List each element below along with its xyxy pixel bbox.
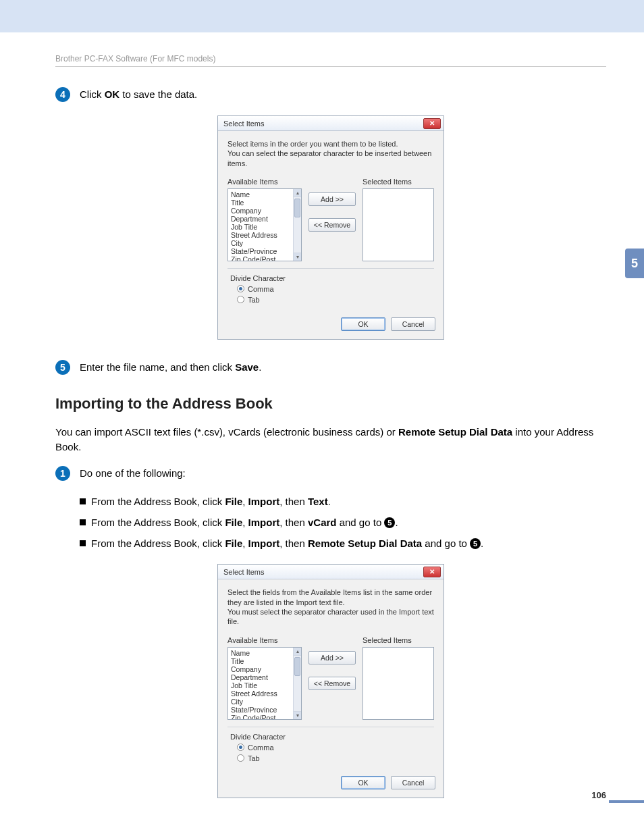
bullet-text: From the Address Book, click File, Impor… xyxy=(91,536,483,550)
dialog-instructions: Select the fields from the Available Ite… xyxy=(227,588,434,626)
step-1-text: Do one of the following: xyxy=(80,466,186,481)
text: You can import ASCII text files (*.csv),… xyxy=(55,426,398,438)
ok-button[interactable]: OK xyxy=(341,776,385,789)
radio-comma-row[interactable]: Comma xyxy=(237,285,434,293)
text: , then xyxy=(279,496,308,507)
scroll-down-icon[interactable]: ▾ xyxy=(294,711,301,719)
chapter-side-tab: 5 xyxy=(625,249,644,278)
scrollbar[interactable]: ▴ ▾ xyxy=(293,189,301,261)
bullet-icon xyxy=(80,519,86,525)
list-item[interactable]: Title xyxy=(231,657,293,665)
selected-column: Selected Items xyxy=(363,636,434,720)
scroll-thumb[interactable] xyxy=(294,199,300,217)
text: to save the data. xyxy=(119,88,197,100)
text: and go to xyxy=(337,517,385,528)
text: , xyxy=(242,538,248,549)
cancel-button[interactable]: Cancel xyxy=(391,317,435,331)
text-bold: File xyxy=(225,538,242,549)
radio-comma-row[interactable]: Comma xyxy=(237,744,434,752)
list-item[interactable]: Zip Code/Post Code xyxy=(231,714,293,720)
ok-button[interactable]: OK xyxy=(341,317,385,331)
radio-tab-label: Tab xyxy=(248,296,260,304)
text: , xyxy=(242,517,248,528)
dialog1-wrapper: Select Items ✕ Select items in the order… xyxy=(55,115,606,340)
step-ref-5-icon: 5 xyxy=(470,538,481,549)
list-item[interactable]: Street Address xyxy=(231,689,293,698)
step-1: 1 Do one of the following: xyxy=(55,466,606,481)
list-item[interactable]: Name xyxy=(231,190,293,199)
dialog-body: Select the fields from the Available Ite… xyxy=(218,579,444,770)
add-button[interactable]: Add >> xyxy=(308,651,356,664)
text: , then xyxy=(279,517,308,528)
list-item[interactable]: Department xyxy=(231,673,293,681)
list-item[interactable]: Name xyxy=(231,649,293,657)
bullet-icon xyxy=(80,498,86,504)
remove-button[interactable]: << Remove xyxy=(308,677,356,690)
text-bold: Remote Setup Dial Data xyxy=(398,426,512,438)
bullet-text: From the Address Book, click File, Impor… xyxy=(91,494,331,509)
close-icon[interactable]: ✕ xyxy=(423,567,441,577)
divide-character-group: Divide Character Comma Tab xyxy=(227,727,434,768)
list-item[interactable]: Department xyxy=(231,215,293,223)
scroll-thumb[interactable] xyxy=(294,657,300,676)
text: Click xyxy=(80,88,105,100)
text: . xyxy=(395,517,398,528)
step-number-4-icon: 4 xyxy=(55,87,70,102)
list-item[interactable]: Company xyxy=(231,207,293,215)
list-item[interactable]: Company xyxy=(231,665,293,673)
radio-tab[interactable] xyxy=(237,296,244,303)
text: . xyxy=(259,361,261,373)
text-bold: Import xyxy=(248,517,280,528)
text: You must select the separator character … xyxy=(227,607,434,627)
list-item[interactable]: Job Title xyxy=(231,681,293,689)
transfer-buttons-column: Add >> << Remove xyxy=(308,178,356,232)
dialog-instructions: Select items in the order you want them … xyxy=(227,139,434,168)
selected-column: Selected Items xyxy=(363,178,434,261)
text: . xyxy=(328,496,331,507)
available-items-label: Available Items xyxy=(227,178,302,186)
dialog-title: Select Items xyxy=(223,120,265,128)
list-item[interactable]: Street Address xyxy=(231,231,293,239)
step-4: 4 Click OK to save the data. xyxy=(55,87,606,102)
radio-tab-row[interactable]: Tab xyxy=(237,754,434,762)
selected-items-listbox[interactable] xyxy=(363,188,434,261)
dialog-footer: OK Cancel xyxy=(218,771,444,798)
step-4-text: Click OK to save the data. xyxy=(80,87,197,102)
scrollbar[interactable]: ▴ ▾ xyxy=(293,648,301,719)
list-item[interactable]: Job Title xyxy=(231,223,293,231)
radio-comma[interactable] xyxy=(237,744,244,751)
list-item[interactable]: City xyxy=(231,698,293,706)
divide-character-group: Divide Character Comma Tab xyxy=(227,268,434,309)
radio-comma[interactable] xyxy=(237,285,244,292)
add-button[interactable]: Add >> xyxy=(308,192,356,206)
scroll-up-icon[interactable]: ▴ xyxy=(294,648,301,656)
radio-tab[interactable] xyxy=(237,754,244,762)
available-items-listbox[interactable]: Name Title Company Department Job Title … xyxy=(227,188,302,261)
step-ref-5-icon: 5 xyxy=(384,517,395,528)
close-icon[interactable]: ✕ xyxy=(423,118,441,129)
selected-items-listbox[interactable] xyxy=(363,647,434,720)
text: From the Address Book, click xyxy=(91,496,225,507)
step-5-text: Enter the file name, and then click Save… xyxy=(80,360,261,375)
dialog-footer: OK Cancel xyxy=(218,312,444,339)
selected-items-label: Selected Items xyxy=(363,178,434,186)
scroll-down-icon[interactable]: ▾ xyxy=(294,253,301,261)
page-number-accent-bar xyxy=(609,800,644,803)
text-bold: File xyxy=(225,517,242,528)
cancel-button[interactable]: Cancel xyxy=(391,776,435,789)
list-item[interactable]: State/Province xyxy=(231,706,293,714)
text-bold: vCard xyxy=(308,517,337,528)
list-item[interactable]: State/Province xyxy=(231,247,293,255)
selected-items-label: Selected Items xyxy=(363,636,434,644)
list-item[interactable]: City xyxy=(231,239,293,247)
list-item[interactable]: Zip Code/Post Code xyxy=(231,255,293,261)
transfer-buttons-column: Add >> << Remove xyxy=(308,636,356,690)
scroll-up-icon[interactable]: ▴ xyxy=(294,189,301,197)
list-item[interactable]: Title xyxy=(231,199,293,207)
text-bold: Text xyxy=(308,496,328,507)
dialog-titlebar: Select Items ✕ xyxy=(218,565,444,579)
step-1-sub-bullets: From the Address Book, click File, Impor… xyxy=(80,494,606,550)
radio-tab-row[interactable]: Tab xyxy=(237,296,434,304)
remove-button[interactable]: << Remove xyxy=(308,218,356,232)
available-items-listbox[interactable]: Name Title Company Department Job Title … xyxy=(227,647,302,720)
